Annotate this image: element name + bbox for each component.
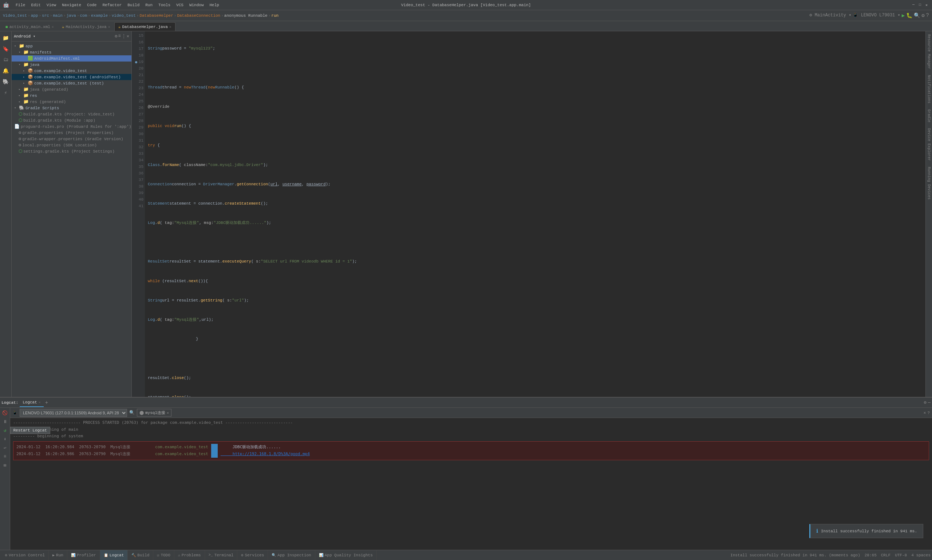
logcat-wrap-icon[interactable]: ↩ <box>2 444 9 451</box>
gradle-label[interactable]: Gradle <box>926 106 932 125</box>
tree-pkg2[interactable]: ▸ 📦 com.example.video_test (androidTest) <box>12 74 131 80</box>
tab-databasehelper[interactable]: ☕ DatabaseHelper.java ✕ <box>114 22 175 31</box>
bc-video-test[interactable]: Video_test <box>3 14 27 18</box>
menu-view[interactable]: View <box>45 2 58 8</box>
tree-settings-gradle[interactable]: ⬡ settings.gradle.kts (Project Settings) <box>12 148 131 154</box>
bookmark-icon[interactable]: 🔖 <box>1 44 11 54</box>
tab-logcat[interactable]: 📋 Logcat <box>100 550 128 560</box>
logcat-clear-icon[interactable]: 🚫 <box>2 409 9 417</box>
bc-anonymous-runnable[interactable]: anonymous Runnable <box>224 14 268 18</box>
menu-navigate[interactable]: Navigate <box>60 2 83 8</box>
logcat-output[interactable]: ---------------------------- PROCESS STA… <box>10 418 932 550</box>
menu-code[interactable]: Code <box>85 2 98 8</box>
tree-gradle-wrapper[interactable]: ⚙ gradle-wrapper.properties (Gradle Vers… <box>12 136 131 142</box>
tab-activity-main[interactable]: ◼ activity_main.xml ✕ <box>2 22 58 31</box>
logcat-close-filter-icon[interactable]: ✕ <box>924 410 926 415</box>
gradle-icon[interactable]: 🐘 <box>1 77 11 87</box>
notification-label[interactable]: Notifications <box>926 72 932 106</box>
tab-todo[interactable]: ☑ TODO <box>153 550 174 560</box>
close-button[interactable]: ✕ <box>924 3 929 8</box>
panel-expand-icon[interactable]: ≡ <box>118 34 121 39</box>
menu-edit[interactable]: Edit <box>29 2 43 8</box>
tree-build-gradle-app[interactable]: ⬡ build.gradle.kts (Module :app) <box>12 117 131 123</box>
tab-app-quality[interactable]: 📊 App Quality Insights <box>315 550 377 560</box>
logcat-settings-icon[interactable]: ⚙ <box>924 400 927 405</box>
tree-androidmanifest[interactable]: 🟩 AndroidManifest.xml <box>12 55 131 62</box>
tab-services[interactable]: ⚙ Services <box>237 550 268 560</box>
logcat-tab-close[interactable]: ✕ <box>38 400 41 405</box>
maximize-button[interactable]: □ <box>917 3 923 8</box>
project-icon[interactable]: 📁 <box>1 33 11 43</box>
menu-run[interactable]: Run <box>143 2 155 8</box>
tree-java-gen[interactable]: ▸ 📁 java (generated) <box>12 86 131 92</box>
tree-app[interactable]: ▾ 📁 app <box>12 43 131 49</box>
logcat-scroll-icon[interactable]: ⬇ <box>2 435 9 443</box>
logcat-expand-icon[interactable]: ⊞ <box>2 462 9 469</box>
menu-vcs[interactable]: VCS <box>174 2 186 8</box>
panel-dots-icon[interactable]: ⋮ <box>121 34 126 39</box>
tree-local-props[interactable]: ⚙ local.properties (SDK Location) <box>12 142 131 148</box>
menu-help[interactable]: Help <box>208 2 221 8</box>
nav-device-btn[interactable]: 📱 LENOVO L79031 ▾ <box>853 12 900 18</box>
menu-refactor[interactable]: Refactor <box>100 2 124 8</box>
tab-mainactivity[interactable]: ☕ MainActivity.java ✕ <box>58 22 114 31</box>
log-url-link[interactable]: http://192.168.1.8/D%3A/good.mp4 <box>221 451 310 458</box>
running-devices-label[interactable]: Running Devices <box>926 164 932 202</box>
bc-database-connection[interactable]: DatabaseConnection <box>177 14 220 18</box>
resource-manager-label[interactable]: Resource Manager <box>926 31 932 72</box>
tree-pkg3[interactable]: ▸ 📦 com.example.video_test (test) <box>12 80 131 86</box>
nav-debug-btn[interactable]: 🐛 <box>906 12 912 18</box>
logcat-add-tab[interactable]: + <box>45 400 48 406</box>
notification-icon[interactable]: 🔔 <box>1 66 11 76</box>
panel-close-icon[interactable]: ✕ <box>127 34 129 39</box>
menu-tools[interactable]: Tools <box>156 2 172 8</box>
tree-build-gradle-project[interactable]: ⬡ build.gradle.kts (Project: Video_test) <box>12 111 131 117</box>
tab-profiler[interactable]: 📊 Profiler <box>67 550 100 560</box>
code-content[interactable]: String password = "mysql123"; Thread thr… <box>145 31 926 397</box>
logcat-help-icon[interactable]: ? <box>927 411 930 415</box>
menu-file[interactable]: File <box>14 2 27 8</box>
project-dropdown[interactable]: Android ▾ <box>14 34 35 38</box>
tab-problems[interactable]: ⚠ Problems <box>174 550 205 560</box>
bc-java[interactable]: java <box>66 14 76 18</box>
bc-com[interactable]: com <box>80 14 88 18</box>
code-area[interactable]: 15 16 17 18 19 20 21 22 23 24 25 26 27 2… <box>132 31 926 397</box>
bc-run[interactable]: run <box>271 14 278 18</box>
nav-settings-icon[interactable]: ⚙ <box>921 12 924 18</box>
logcat-restart-icon[interactable]: ↺ <box>2 427 9 434</box>
bc-app[interactable]: app <box>31 14 38 18</box>
tab-close-activity[interactable]: ✕ <box>52 25 54 29</box>
bc-video-test2[interactable]: video_test <box>112 14 136 18</box>
tab-build[interactable]: 🔨 Build <box>128 550 153 560</box>
tree-res[interactable]: ▸ 📁 res <box>12 92 131 98</box>
nav-run-btn[interactable]: ▶ <box>902 12 905 18</box>
nav-search-icon[interactable]: 🔍 <box>914 12 920 18</box>
logcat-pause-icon[interactable]: ⏸ <box>2 418 9 425</box>
menu-window[interactable]: Window <box>187 2 206 8</box>
tree-java[interactable]: ▾ 📁 java <box>12 62 131 68</box>
tree-proguard[interactable]: 📄 proguard-rules.pro (ProGuard Rules for… <box>12 123 131 130</box>
tab-close-main[interactable]: ✕ <box>108 25 110 29</box>
tree-gradle-scripts[interactable]: ▾ 🐘 Gradle Scripts <box>12 105 131 111</box>
bc-main[interactable]: main <box>53 14 62 18</box>
nav-tool-btn[interactable]: ⚙ MainActivity ▾ <box>809 12 851 18</box>
tree-pkg1[interactable]: ▸ 📦 com.example.video_test <box>12 68 131 74</box>
logcat-filter-icon[interactable]: ≡ <box>2 453 9 460</box>
device-explorer-label[interactable]: Device Explorer <box>926 125 932 164</box>
device-select[interactable]: LENOVO L79031 (127.0.0.1:11509) Android … <box>20 409 127 417</box>
tab-app-inspection[interactable]: 🔍 App Inspection <box>268 550 315 560</box>
tab-version-control[interactable]: ⚙ Version Control <box>2 550 49 560</box>
tab-terminal[interactable]: >_ Terminal <box>205 550 238 560</box>
bc-src[interactable]: src <box>42 14 49 18</box>
build-variants-icon[interactable]: ⚡ <box>1 88 11 98</box>
menu-build[interactable]: Build <box>125 2 141 8</box>
tree-manifests[interactable]: ▾ 📁 manifests <box>12 49 131 55</box>
minimize-button[interactable]: ─ <box>911 3 916 8</box>
tab-run[interactable]: ▶ Run <box>49 550 67 560</box>
logcat-minimize-icon[interactable]: ─ <box>928 400 930 405</box>
logcat-tab-main[interactable]: Logcat ✕ <box>20 398 44 407</box>
tree-gradle-props[interactable]: ⚙ gradle.properties (Project Properties) <box>12 130 131 136</box>
nav-help-icon[interactable]: ? <box>926 12 929 18</box>
panel-settings-icon[interactable]: ⚙ <box>115 34 117 39</box>
tree-res-gen[interactable]: ▸ 📁 res (generated) <box>12 98 131 105</box>
